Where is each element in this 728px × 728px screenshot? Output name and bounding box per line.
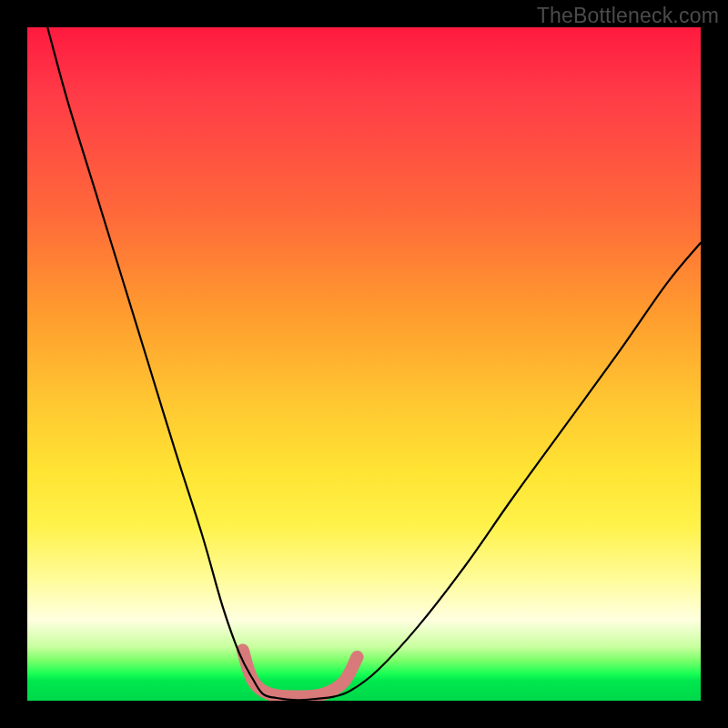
watermark-text: TheBottleneck.com [537,4,719,28]
plot-area [27,27,701,701]
main-curve-path [47,27,701,700]
curve-layer [27,27,701,701]
chart-frame: TheBottleneck.com [0,0,728,728]
